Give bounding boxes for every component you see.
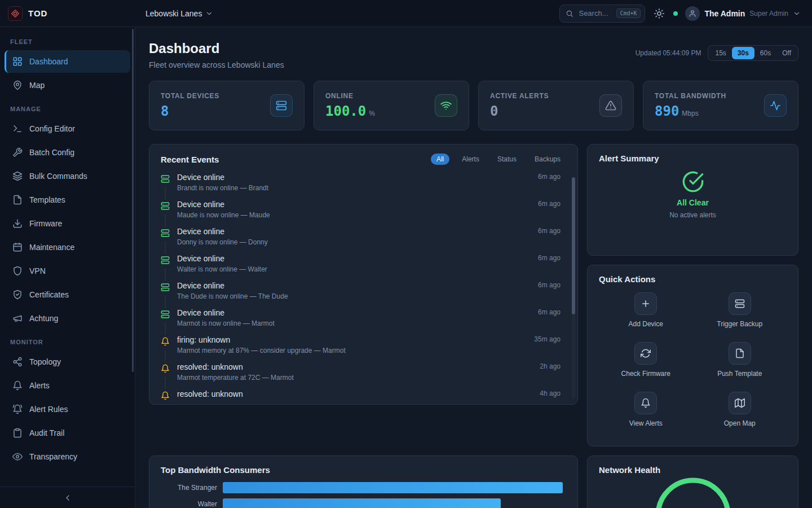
user-menu[interactable]: The Admin Super Admin bbox=[685, 6, 801, 21]
event-subtitle: The Dude is now online — The Dude bbox=[177, 292, 531, 300]
sidebar-section-fleet: FLEET bbox=[0, 30, 135, 49]
events-scrollbar-thumb[interactable] bbox=[572, 177, 575, 314]
event-subtitle: Brandt is now online — Brandt bbox=[177, 184, 531, 192]
events-tab-all[interactable]: All bbox=[431, 154, 449, 165]
quick-action-push-template[interactable]: Push Template bbox=[693, 342, 787, 378]
megaphone-icon bbox=[12, 313, 23, 323]
app-brand[interactable]: TOD bbox=[0, 6, 135, 21]
bell-ring-icon bbox=[12, 404, 23, 414]
sidebar-item-config-editor[interactable]: Config Editor bbox=[5, 117, 130, 140]
quick-action-open-map[interactable]: Open Map bbox=[693, 392, 787, 427]
event-title: Device online bbox=[177, 200, 531, 209]
activity-icon bbox=[764, 94, 787, 117]
sidebar-collapse-button[interactable] bbox=[0, 487, 135, 508]
sidebar-item-bulk-commands[interactable]: Bulk Commands bbox=[5, 165, 130, 187]
bandwidth-row: The Stranger bbox=[161, 482, 566, 493]
sidebar-item-label: Alerts bbox=[29, 381, 50, 390]
refresh-option-15s[interactable]: 15s bbox=[709, 47, 731, 59]
sidebar-item-templates[interactable]: Templates bbox=[5, 189, 130, 211]
event-subtitle: Maude is now online — Maude bbox=[177, 211, 531, 219]
quick-actions-grid: Add Device Trigger Backup Check Firmware… bbox=[599, 292, 787, 427]
sidebar-item-topology[interactable]: Topology bbox=[5, 351, 130, 373]
events-tab-backups[interactable]: Backups bbox=[529, 154, 566, 165]
server-icon bbox=[729, 292, 751, 315]
alert-summary-card: Alert Summary All Clear No active alerts bbox=[587, 144, 798, 256]
bandwidth-bar-track bbox=[223, 482, 566, 493]
quick-action-check-firmware[interactable]: Check Firmware bbox=[599, 342, 693, 378]
quick-action-label: Check Firmware bbox=[621, 370, 670, 378]
sidebar-scrollbar[interactable] bbox=[132, 29, 134, 372]
org-switcher[interactable]: Lebowski Lanes bbox=[145, 9, 213, 18]
page-subtitle: Fleet overview across Lebowski Lanes bbox=[149, 60, 284, 69]
bell-icon bbox=[161, 335, 170, 350]
refresh-icon bbox=[634, 342, 657, 365]
event-subtitle: Walter is now online — Walter bbox=[177, 265, 531, 273]
global-search[interactable]: Cmd+K bbox=[559, 5, 645, 23]
quick-action-label: Open Map bbox=[724, 419, 756, 427]
quick-actions-title: Quick Actions bbox=[599, 274, 787, 284]
topbar: TOD Lebowski Lanes Cmd+K The Admin Super… bbox=[0, 0, 812, 27]
event-subtitle: Marmot temperature at 72C — Marmot bbox=[177, 374, 532, 382]
bandwidth-card: Top Bandwidth Consumers The Stranger Wal… bbox=[149, 456, 578, 508]
bell-icon bbox=[161, 389, 170, 404]
user-name: The Admin bbox=[704, 9, 745, 18]
event-time: 6m ago bbox=[538, 227, 561, 254]
chevron-down-icon bbox=[205, 10, 213, 17]
event-title: resolved: unknown bbox=[177, 362, 532, 371]
events-scrollbar[interactable] bbox=[572, 177, 575, 398]
sidebar-item-vpn[interactable]: VPN bbox=[5, 260, 130, 282]
recent-events-card: Recent Events AllAlertsStatusBackups Dev… bbox=[149, 144, 578, 405]
map-pin-icon bbox=[12, 80, 23, 90]
sidebar-item-label: Batch Config bbox=[29, 148, 74, 157]
event-time: 6m ago bbox=[538, 173, 561, 200]
event-row: resolved: unknown Marmot temperature at … bbox=[161, 362, 566, 389]
page-header: Dashboard Fleet overview across Lebowski… bbox=[149, 41, 798, 69]
event-row: Device online Maude is now online — Maud… bbox=[161, 200, 566, 227]
quick-action-trigger-backup[interactable]: Trigger Backup bbox=[693, 292, 787, 328]
sidebar-item-label: Firmware bbox=[29, 219, 62, 228]
sidebar-item-map[interactable]: Map bbox=[5, 74, 130, 97]
events-tab-status[interactable]: Status bbox=[492, 154, 522, 165]
sidebar-item-label: Alert Rules bbox=[29, 405, 68, 414]
stat-card-total-devices: TOTAL DEVICES 8 bbox=[149, 81, 304, 130]
sidebar-section-monitor: MONITOR bbox=[0, 331, 135, 349]
events-tab-alerts[interactable]: Alerts bbox=[456, 154, 485, 165]
search-input[interactable] bbox=[577, 8, 612, 18]
quick-action-add-device[interactable]: Add Device bbox=[599, 292, 693, 328]
bandwidth-bar bbox=[223, 498, 501, 508]
refresh-option-60s[interactable]: 60s bbox=[754, 47, 776, 59]
sidebar: FLEET Dashboard Map MANAGE Config Editor… bbox=[0, 27, 135, 508]
sidebar-item-firmware[interactable]: Firmware bbox=[5, 212, 130, 235]
refresh-option-30s[interactable]: 30s bbox=[732, 47, 754, 59]
sidebar-item-dashboard[interactable]: Dashboard bbox=[5, 50, 130, 73]
sidebar-item-audit-trail[interactable]: Audit Trail bbox=[5, 422, 130, 444]
sidebar-item-alerts[interactable]: Alerts bbox=[5, 374, 130, 397]
sidebar-item-label: Config Editor bbox=[29, 124, 75, 133]
calendar-icon bbox=[12, 242, 23, 252]
event-row: Device online Marmot is now online — Mar… bbox=[161, 308, 566, 335]
sidebar-item-label: Bulk Commands bbox=[29, 172, 87, 181]
sidebar-item-maintenance[interactable]: Maintenance bbox=[5, 236, 130, 259]
alert-summary-title: Alert Summary bbox=[599, 154, 787, 163]
sidebar-item-achtung[interactable]: Achtung bbox=[5, 307, 130, 330]
refresh-option-off[interactable]: Off bbox=[776, 47, 797, 59]
user-icon bbox=[689, 10, 696, 17]
quick-action-label: Trigger Backup bbox=[717, 320, 762, 328]
file-icon bbox=[12, 195, 23, 205]
network-health-card: Network Health bbox=[587, 456, 798, 508]
event-row: Device online Brandt is now online — Bra… bbox=[161, 173, 566, 200]
stats-row: TOTAL DEVICES 8 ONLINE 100.0% ACTIVE ALE… bbox=[149, 81, 798, 130]
topbar-actions: Cmd+K The Admin Super Admin bbox=[559, 5, 812, 23]
stat-label: ACTIVE ALERTS bbox=[490, 92, 549, 100]
layers-icon bbox=[12, 171, 23, 181]
stat-card-online: ONLINE 100.0% bbox=[314, 81, 469, 130]
event-subtitle: Marmot memory at 87% — consider upgrade … bbox=[177, 347, 527, 354]
event-title: firing: unknown bbox=[177, 335, 527, 344]
theme-toggle-button[interactable] bbox=[652, 7, 666, 20]
sidebar-item-transparency[interactable]: Transparency bbox=[5, 445, 130, 468]
sidebar-item-certificates[interactable]: Certificates bbox=[5, 283, 130, 306]
sidebar-item-alert-rules[interactable]: Alert Rules bbox=[5, 398, 130, 421]
quick-action-view-alerts[interactable]: View Alerts bbox=[599, 392, 693, 427]
search-shortcut: Cmd+K bbox=[616, 8, 640, 18]
sidebar-item-batch-config[interactable]: Batch Config bbox=[5, 141, 130, 164]
